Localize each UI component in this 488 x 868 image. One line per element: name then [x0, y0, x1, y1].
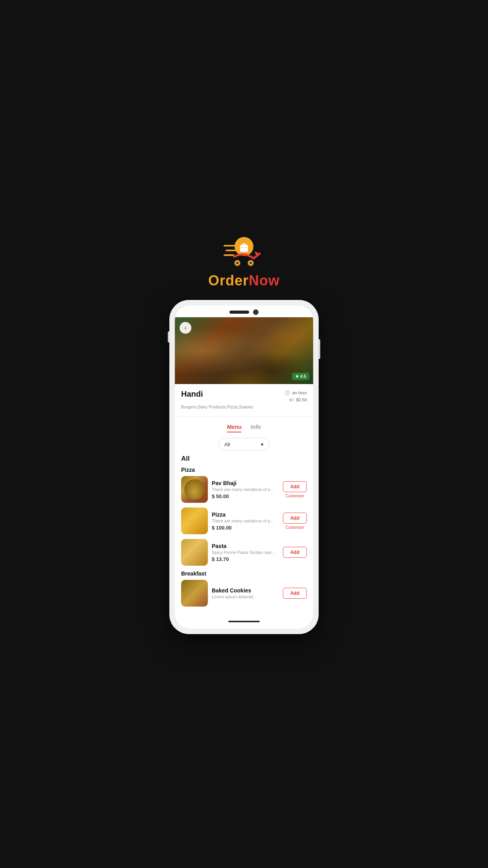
- menu-item-pav-bhaji: Pav Bhaji There are many variations of p…: [181, 476, 307, 503]
- pizza-image: [181, 508, 208, 534]
- item-actions-pizza: Add Customize: [283, 513, 307, 530]
- customize-pizza-button[interactable]: Customize: [286, 525, 304, 530]
- pasta-image: [181, 539, 208, 566]
- add-pav-bhaji-button[interactable]: Add: [283, 481, 307, 492]
- svg-rect-6: [245, 247, 246, 248]
- item-desc-pizza: There are many variations of p...: [212, 519, 279, 523]
- restaurant-categories: Burgers,Dairy Products,Pizza,Snacks: [181, 405, 307, 409]
- star-icon: ★: [295, 374, 299, 379]
- item-actions-cookies: Add: [283, 588, 307, 599]
- home-indicator: [228, 621, 260, 622]
- logo-now-text: Now: [249, 272, 280, 289]
- add-pizza-button[interactable]: Add: [283, 513, 307, 524]
- notch-camera: [253, 309, 259, 315]
- item-desc-cookies: Lorem ipsum dolamet...: [212, 594, 279, 599]
- item-desc-pav-bhaji: There are many variations of p...: [212, 487, 279, 492]
- restaurant-name: Handi: [181, 390, 203, 399]
- home-indicator-area: [175, 618, 313, 629]
- phone-notch: [175, 305, 313, 317]
- filter-label: All: [224, 441, 230, 447]
- restaurant-info: Handi 🕐 an hour 🏷 $0.50 Burgers,Dairy Pr…: [175, 384, 313, 412]
- svg-point-11: [250, 262, 252, 264]
- chevron-down-icon: ▾: [261, 441, 264, 447]
- tab-info[interactable]: Info: [251, 424, 261, 432]
- item-details-cookies: Baked Cookies Lorem ipsum dolamet...: [212, 587, 279, 599]
- svg-rect-4: [240, 245, 248, 252]
- item-actions-pav-bhaji: Add Customize: [283, 481, 307, 498]
- menu-item-pasta: Pasta Spicy Penne Pasta Sicilian spic...…: [181, 539, 307, 566]
- phone-frame: ‹ ★ 4.5 Handi 🕐 an hour: [169, 300, 319, 634]
- item-details-pizza: Pizza There are many variations of p... …: [212, 511, 279, 531]
- item-name-pizza: Pizza: [212, 511, 279, 518]
- item-name-cookies: Baked Cookies: [212, 587, 279, 594]
- fee-icon: 🏷: [289, 397, 294, 402]
- delivery-time: 🕐 an hour: [284, 390, 307, 397]
- filter-section: All ▾: [175, 434, 313, 455]
- item-details-pav-bhaji: Pav Bhaji There are many variations of p…: [212, 480, 279, 499]
- phone-screen: ‹ ★ 4.5 Handi 🕐 an hour: [175, 305, 313, 629]
- item-name-pasta: Pasta: [212, 543, 279, 549]
- logo-section: OrderNow: [208, 234, 280, 289]
- svg-point-9: [236, 262, 238, 264]
- logo-order-text: Order: [208, 272, 249, 289]
- menu-content: All Pizza Pav Bhaji There are many varia…: [175, 455, 313, 618]
- app-logo-icon: [222, 234, 266, 269]
- item-image-pizza: [181, 508, 208, 534]
- cookies-image: [181, 580, 208, 607]
- restaurant-hero-image: ‹ ★ 4.5: [175, 317, 313, 384]
- svg-rect-5: [242, 247, 243, 248]
- item-price-pizza: $ 100.00: [212, 525, 279, 531]
- menu-item-baked-cookies: Baked Cookies Lorem ipsum dolamet... Add: [181, 580, 307, 607]
- tabs-bar: Menu Info: [175, 421, 313, 434]
- item-details-pasta: Pasta Spicy Penne Pasta Sicilian spic...…: [212, 543, 279, 562]
- item-image-cookies: [181, 580, 208, 607]
- delivery-fee: 🏷 $0.50: [284, 397, 307, 404]
- section-all-label: All: [181, 455, 307, 463]
- item-actions-pasta: Add: [283, 547, 307, 558]
- restaurant-header: Handi 🕐 an hour 🏷 $0.50: [181, 390, 307, 403]
- customize-pav-bhaji-button[interactable]: Customize: [286, 494, 304, 498]
- tab-menu[interactable]: Menu: [227, 424, 242, 432]
- divider: [175, 416, 313, 417]
- add-cookies-button[interactable]: Add: [283, 588, 307, 599]
- page-wrapper: OrderNow ‹ ★ 4.5: [161, 234, 327, 634]
- rating-value: 4.5: [300, 374, 306, 379]
- item-image-pav-bhaji: [181, 476, 208, 503]
- item-price-pav-bhaji: $ 50.00: [212, 493, 279, 499]
- notch-speaker: [229, 311, 249, 314]
- pav-bhaji-image: [181, 476, 208, 503]
- phone-volume-button: [168, 331, 169, 342]
- item-image-pasta: [181, 539, 208, 566]
- category-breakfast-label: Breakfast: [181, 570, 307, 577]
- item-price-pasta: $ 13.70: [212, 556, 279, 562]
- add-pasta-button[interactable]: Add: [283, 547, 307, 558]
- app-logo-text: OrderNow: [208, 272, 280, 289]
- rating-badge: ★ 4.5: [292, 373, 309, 380]
- back-button[interactable]: ‹: [180, 322, 191, 334]
- item-name-pav-bhaji: Pav Bhaji: [212, 480, 279, 486]
- category-pizza-label: Pizza: [181, 467, 307, 473]
- restaurant-meta: 🕐 an hour 🏷 $0.50: [284, 390, 307, 403]
- category-filter-dropdown[interactable]: All ▾: [218, 438, 270, 451]
- clock-icon: 🕐: [284, 390, 290, 395]
- phone-power-button: [319, 339, 320, 359]
- menu-item-pizza: Pizza There are many variations of p... …: [181, 508, 307, 534]
- item-desc-pasta: Spicy Penne Pasta Sicilian spic...: [212, 550, 279, 555]
